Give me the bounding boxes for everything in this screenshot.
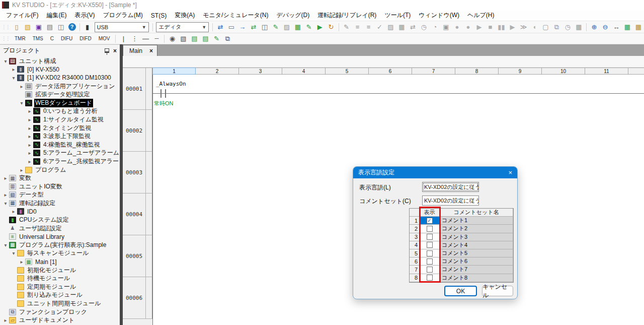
collapse-arrow-icon[interactable]: ▸ xyxy=(26,134,33,139)
monitor-edit-icon[interactable]: ✎ xyxy=(270,22,281,32)
column-header-7[interactable]: 7 xyxy=(412,68,455,75)
watch-window-icon[interactable]: ◷ xyxy=(418,22,429,32)
comment-set-name[interactable]: コメント4 xyxy=(440,241,513,249)
connection-combo[interactable]: USB ▼ xyxy=(95,22,149,32)
row-number[interactable]: 00006 xyxy=(123,277,146,319)
vertical-dots-icon[interactable]: ⋮ xyxy=(129,34,140,44)
tree-item[interactable]: ▸∿3:波形上下限監視 xyxy=(0,132,120,141)
expand-arrow-icon[interactable]: ▾ xyxy=(2,242,9,248)
menu-item[interactable]: 変換(A) xyxy=(171,10,199,21)
fit-width-icon[interactable]: ↔ xyxy=(611,22,622,32)
column-header-1[interactable]: 1 xyxy=(152,68,196,75)
tree-item[interactable]: ▾▮[1] KV-XD02 R34000 DM10300 xyxy=(0,74,120,82)
menu-item[interactable]: 運転記録/リプレイ(R) xyxy=(313,10,380,21)
dashed-line-icon[interactable]: ┄ xyxy=(151,34,162,44)
batch-monitor-icon[interactable]: ▨ xyxy=(385,22,396,32)
column-header-3[interactable]: 3 xyxy=(239,68,282,75)
help-icon[interactable]: ? xyxy=(66,22,77,32)
script-edit-icon[interactable]: ✎ xyxy=(211,34,222,44)
tree-item[interactable]: ▮CPUシステム設定 xyxy=(0,216,120,224)
sim-run-icon[interactable]: ▶ xyxy=(314,22,326,32)
tree-item[interactable]: ▥ユニットIO変数 xyxy=(0,182,120,191)
instruction-button-difu[interactable]: DIFU xyxy=(57,35,76,42)
tree-item[interactable]: ▸∿6:アラーム_兆候監視アラート xyxy=(0,157,120,166)
collapse-arrow-icon[interactable]: ▸ xyxy=(26,150,33,156)
tree-item[interactable]: ♟ユーザ認証設定 xyxy=(0,224,120,233)
collapse-arrow-icon[interactable]: ▸ xyxy=(26,142,33,148)
ladder-rung[interactable]: _AlwaysOn 常時ON xyxy=(153,75,644,116)
collapse-arrow-icon[interactable]: ▸ xyxy=(26,108,33,114)
collapse-arrow-icon[interactable]: ▸ xyxy=(18,167,25,173)
comment-set-name[interactable]: コメント2 xyxy=(440,225,513,233)
tree-item[interactable]: 初期化モジュール xyxy=(0,266,120,275)
tree-item[interactable]: ≡Universal Library xyxy=(0,232,120,241)
collapse-arrow-icon[interactable]: ▸ xyxy=(2,317,9,323)
tree-item[interactable]: ▾▤ユニット構成 xyxy=(0,57,120,66)
replay-icon[interactable]: ◖ xyxy=(529,22,540,32)
st-box-convert-icon[interactable]: ▤ xyxy=(200,34,211,44)
tree-item[interactable]: ▾▦プログラム(実行順表示):Sample xyxy=(0,241,120,249)
comment-set-name[interactable]: コメント6 xyxy=(440,257,513,266)
project-verify-icon[interactable]: ◫ xyxy=(259,22,270,32)
zoom-out-icon[interactable]: ⊖ xyxy=(600,22,611,32)
contact-icon[interactable] xyxy=(160,89,162,98)
expand-arrow-icon[interactable]: ▾ xyxy=(18,100,25,106)
collapse-arrow-icon[interactable]: ▸ xyxy=(18,84,25,89)
pin-icon[interactable] xyxy=(105,48,109,53)
instruction-button-mov[interactable]: MOV xyxy=(95,35,114,42)
menu-item[interactable]: デバッグ(D) xyxy=(272,10,313,21)
edit-mode-icon[interactable]: ✎ xyxy=(341,22,352,32)
read-from-plc-icon[interactable]: ⇄ xyxy=(248,22,259,32)
comment-set-combo[interactable]: KV-XD02の設定に従う ▼ xyxy=(422,196,479,206)
print-preview-icon[interactable]: ◫ xyxy=(55,22,66,32)
menu-item[interactable]: ウィンドウ(W) xyxy=(415,10,463,21)
tree-item[interactable]: ▸∿0:いつもと違う分析 xyxy=(0,107,120,116)
dialog-title-bar[interactable]: 表示言語設定 × xyxy=(353,167,517,178)
instruction-button-c[interactable]: C xyxy=(47,35,57,42)
collapse-arrow-icon[interactable]: ▸ xyxy=(10,67,17,72)
vertical-line-icon[interactable]: | xyxy=(118,34,129,44)
comment-display-icon[interactable]: ▦ xyxy=(633,22,644,32)
menu-item[interactable]: プログラム(M) xyxy=(99,10,146,21)
comment-set-name[interactable]: コメント7 xyxy=(440,266,513,274)
tree-item[interactable]: ▦拡張データ処理設定 xyxy=(0,90,120,99)
collapse-arrow-icon[interactable]: ▸ xyxy=(26,125,33,131)
step-run-icon[interactable]: ▶ xyxy=(507,22,518,32)
tree-item[interactable]: ▾▦運転記録設定 xyxy=(0,199,120,208)
collapse-arrow-icon[interactable]: ▸ xyxy=(26,117,33,122)
window-a-icon[interactable]: ▢ xyxy=(540,22,551,32)
mode-combo[interactable]: エディタ ▼ xyxy=(156,22,209,32)
window-split-icon[interactable]: ⧉ xyxy=(222,34,233,44)
tree-item[interactable]: ▸▤データ活用アプリケーション xyxy=(0,82,120,91)
st-convert-icon[interactable]: ▤ xyxy=(189,34,200,44)
menu-item[interactable]: ヘルプ(H) xyxy=(463,10,499,21)
print-icon[interactable]: ▤ xyxy=(44,22,55,32)
window-b-icon[interactable]: ⧉ xyxy=(551,22,562,32)
tree-item[interactable]: ▸▦変数 xyxy=(0,174,120,182)
trace-icon[interactable]: ◔ xyxy=(429,22,440,32)
tree-item[interactable]: ▸▮ID0 xyxy=(0,208,120,216)
comment-set-name[interactable]: コメント5 xyxy=(440,249,513,257)
tab-main[interactable]: Main × xyxy=(123,45,157,56)
play-icon[interactable]: ▶ xyxy=(473,22,485,32)
new-project-icon[interactable]: ▯ xyxy=(11,22,22,32)
solid-line-icon[interactable]: — xyxy=(140,34,151,44)
zoom-in-icon[interactable]: ⊕ xyxy=(589,22,600,32)
instruction-button-tmr[interactable]: TMR xyxy=(11,35,29,42)
ladder-monitor-icon[interactable]: ▦ xyxy=(622,22,633,32)
collapse-arrow-icon[interactable]: ▸ xyxy=(26,159,33,164)
dialog-close-icon[interactable]: × xyxy=(508,169,512,176)
usb-reconnect-icon[interactable]: ↻ xyxy=(326,22,337,32)
ok-button[interactable]: OK xyxy=(444,286,477,296)
device-list2-icon[interactable]: ≡ xyxy=(363,22,374,32)
expand-arrow-icon[interactable]: ▾ xyxy=(2,201,9,206)
display-language-combo[interactable]: KV-XD02の設定に従う ▼ xyxy=(422,182,479,192)
menu-item[interactable]: ツール(T) xyxy=(380,10,415,21)
expand-arrow-icon[interactable]: ▾ xyxy=(2,58,9,64)
collapse-arrow-icon[interactable]: ▸ xyxy=(2,192,9,198)
menu-item[interactable]: ファイル(F) xyxy=(2,10,42,21)
tree-item[interactable]: 割り込みモジュール xyxy=(0,291,120,300)
chart-icon[interactable]: ▧ xyxy=(178,34,189,44)
tree-item[interactable]: ⧉ファンクションブロック xyxy=(0,308,120,316)
tree-item[interactable]: ▾∿WEBダッシュボード xyxy=(0,99,120,107)
